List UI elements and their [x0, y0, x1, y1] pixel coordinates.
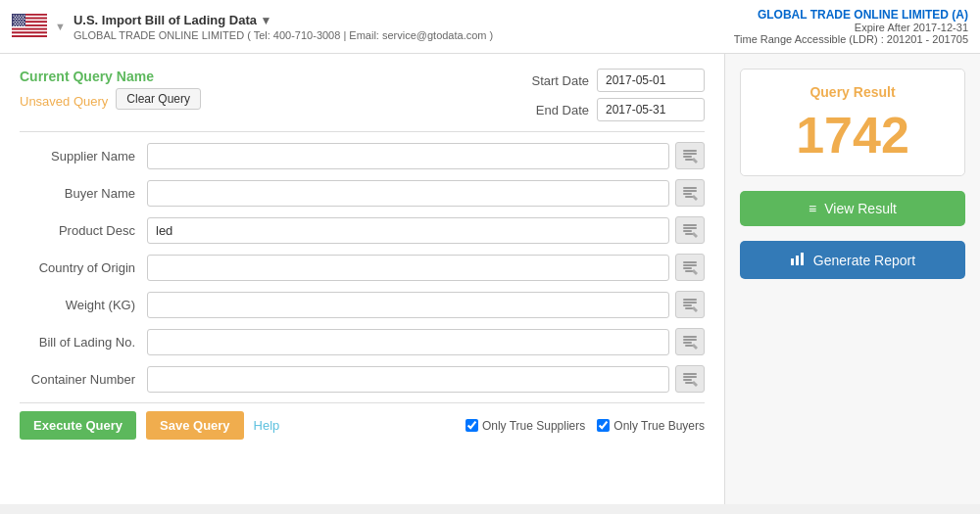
- flag-icon: [12, 14, 47, 40]
- svg-point-18: [24, 15, 24, 16]
- date-section: Start Date End Date: [525, 69, 705, 121]
- execute-query-button[interactable]: Execute Query: [20, 411, 136, 440]
- svg-rect-57: [683, 227, 697, 229]
- field-input-country-of-origin[interactable]: [147, 255, 669, 281]
- field-icon-btn-country-of-origin[interactable]: [675, 254, 705, 281]
- only-buyers-input[interactable]: [597, 419, 610, 432]
- field-input-container-number[interactable]: [147, 366, 669, 393]
- svg-point-15: [16, 15, 17, 16]
- svg-rect-73: [683, 342, 692, 344]
- svg-point-21: [20, 17, 21, 18]
- list-icon: ≡: [808, 201, 816, 216]
- svg-point-35: [21, 22, 22, 23]
- svg-point-44: [21, 24, 22, 25]
- svg-point-19: [15, 17, 16, 18]
- svg-rect-83: [801, 253, 804, 265]
- svg-point-45: [24, 24, 24, 25]
- expire-info: Expire After 2017-12-31: [734, 22, 968, 33]
- svg-rect-12: [12, 35, 47, 37]
- time-range-info: Time Range Accessible (LDR) : 201201 - 2…: [734, 33, 968, 45]
- field-icon-btn-supplier-name[interactable]: [675, 142, 705, 169]
- title-arrow[interactable]: ▼: [261, 14, 272, 27]
- field-icon-btn-weight-(kg)[interactable]: [675, 291, 705, 318]
- svg-rect-46: [683, 150, 697, 152]
- field-input-buyer-name[interactable]: [147, 180, 669, 207]
- field-label-weight-(kg): Weight (KG): [20, 298, 147, 312]
- app-info: U.S. Import Bill of Lading Data ▼ GLOBAL…: [74, 13, 493, 41]
- svg-point-36: [24, 22, 24, 23]
- clear-query-button[interactable]: Clear Query: [116, 88, 201, 110]
- svg-point-33: [16, 22, 17, 23]
- query-result-number: 1742: [756, 110, 950, 161]
- svg-point-31: [23, 20, 24, 21]
- svg-rect-58: [683, 230, 692, 232]
- field-row: Product Desc: [20, 216, 705, 244]
- query-result-box: Query Result 1742: [740, 69, 965, 176]
- query-name-section: Current Query Name Unsaved Query Clear Q…: [20, 69, 201, 110]
- svg-point-26: [21, 18, 22, 19]
- only-buyers-checkbox[interactable]: Only True Buyers: [597, 419, 705, 433]
- only-suppliers-input[interactable]: [466, 419, 478, 432]
- svg-point-42: [16, 24, 17, 25]
- left-panel: Current Query Name Unsaved Query Clear Q…: [0, 54, 725, 504]
- end-date-label: End Date: [525, 103, 589, 117]
- field-row: Bill of Lading No.: [20, 328, 705, 355]
- query-footer: Execute Query Save Query Help Only True …: [20, 402, 705, 447]
- start-date-row: Start Date: [525, 69, 705, 92]
- flag-dropdown[interactable]: ▼: [55, 21, 66, 32]
- help-link[interactable]: Help: [254, 418, 280, 433]
- field-label-supplier-name: Supplier Name: [20, 149, 147, 164]
- end-date-row: End Date: [525, 98, 705, 121]
- svg-rect-71: [683, 336, 697, 338]
- field-icon-btn-product-desc[interactable]: [675, 216, 705, 244]
- field-label-container-number: Container Number: [20, 372, 147, 387]
- svg-point-41: [13, 24, 14, 25]
- only-suppliers-checkbox[interactable]: Only True Suppliers: [466, 419, 585, 433]
- save-query-button[interactable]: Save Query: [146, 411, 244, 440]
- start-date-input[interactable]: [597, 69, 705, 92]
- field-input-supplier-name[interactable]: [147, 143, 669, 169]
- query-result-title: Query Result: [756, 84, 950, 100]
- field-row: Weight (KG): [20, 291, 705, 318]
- view-result-button[interactable]: ≡ View Result: [740, 191, 965, 226]
- field-row: Container Number: [20, 365, 705, 393]
- field-label-buyer-name: Buyer Name: [20, 186, 147, 201]
- svg-rect-67: [683, 302, 697, 304]
- svg-rect-66: [683, 299, 697, 301]
- svg-rect-76: [683, 373, 697, 375]
- svg-rect-72: [683, 339, 697, 341]
- svg-rect-56: [683, 224, 697, 226]
- field-input-weight-(kg)[interactable]: [147, 292, 669, 318]
- svg-point-40: [23, 23, 24, 23]
- svg-rect-10: [12, 31, 47, 33]
- svg-rect-78: [683, 379, 692, 381]
- field-icon-btn-container-number[interactable]: [675, 365, 705, 393]
- query-header: Current Query Name Unsaved Query Clear Q…: [20, 69, 705, 121]
- field-icon-btn-buyer-name[interactable]: [675, 179, 705, 207]
- svg-rect-48: [683, 156, 692, 158]
- header-right: GLOBAL TRADE ONLINE LIMITED (A) Expire A…: [734, 8, 968, 45]
- svg-rect-52: [683, 190, 697, 192]
- field-row: Buyer Name: [20, 179, 705, 207]
- svg-rect-77: [683, 376, 697, 378]
- svg-point-43: [19, 24, 20, 25]
- field-input-product-desc[interactable]: [147, 217, 669, 244]
- svg-point-34: [19, 22, 20, 23]
- form-fields: Supplier Name Buyer Name Product Desc Co…: [20, 142, 705, 393]
- only-buyers-label: Only True Buyers: [613, 419, 705, 433]
- field-input-bill-of-lading-no.[interactable]: [147, 329, 669, 355]
- field-icon-btn-bill-of-lading-no.[interactable]: [675, 328, 705, 355]
- svg-rect-51: [683, 187, 697, 189]
- svg-point-17: [21, 15, 22, 16]
- generate-report-button[interactable]: Generate Report: [740, 241, 965, 279]
- svg-point-39: [20, 23, 21, 23]
- header-left: ▼ U.S. Import Bill of Lading Data ▼ GLOB…: [12, 13, 493, 41]
- svg-point-25: [19, 18, 20, 19]
- end-date-input[interactable]: [597, 98, 705, 121]
- unsaved-query-label: Unsaved Query: [20, 94, 108, 109]
- svg-point-32: [13, 22, 14, 23]
- field-row: Country of Origin: [20, 254, 705, 281]
- account-company: GLOBAL TRADE ONLINE LIMITED (A): [734, 8, 968, 22]
- svg-point-38: [17, 23, 18, 23]
- svg-rect-7: [12, 25, 47, 27]
